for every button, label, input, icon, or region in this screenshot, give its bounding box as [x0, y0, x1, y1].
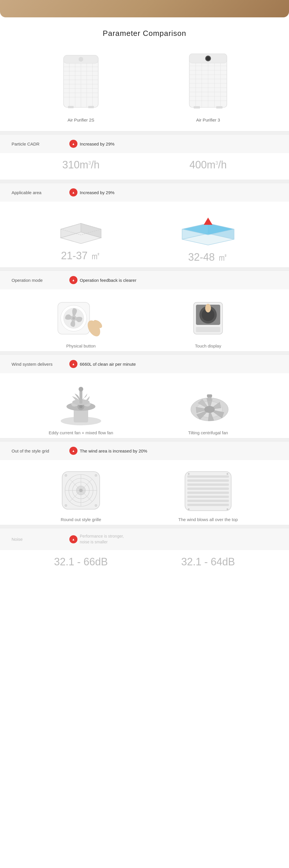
particle-cadr-label: Particle CADR [11, 142, 69, 146]
svg-point-72 [204, 406, 215, 413]
svg-rect-96 [187, 500, 229, 502]
noise-section: Noise Performance is stronger, noise is … [0, 528, 289, 580]
applicable-area-arrow [69, 188, 77, 196]
applicable-area-badge: Increased by 29% [69, 188, 114, 196]
operation-mode-images: Physical button Touch display [0, 289, 289, 351]
product-name-2s: Air Purifier 2S [68, 118, 95, 122]
operation-right-item: Touch display [153, 297, 263, 348]
particle-cadr-section: Particle CADR Increased by 29% 310m3/h 4… [0, 134, 289, 180]
product-name-3: Air Purifier 3 [196, 118, 220, 122]
svg-point-69 [79, 387, 83, 392]
area-left-value: 21-37 ㎡ [61, 249, 101, 263]
applicable-area-badge-text: Increased by 29% [80, 190, 114, 195]
cadr-value-right: 400m3/h [153, 159, 263, 171]
svg-point-88 [95, 504, 97, 507]
svg-point-100 [188, 508, 190, 510]
bottom-padding [0, 580, 289, 588]
fan-left-item: Eddy current fan + mixed flow fan [26, 380, 136, 435]
svg-rect-92 [187, 484, 229, 486]
wind-system-badge-text: 6660L of clean air per minute [80, 362, 136, 367]
centrifugal-fan-svg [179, 380, 237, 427]
divider-1 [0, 131, 289, 134]
divider-6 [0, 525, 289, 528]
svg-point-86 [95, 474, 97, 476]
svg-point-60 [205, 304, 211, 312]
operation-mode-label-row: Operation mode Operation feedback is cle… [0, 271, 289, 289]
svg-point-85 [65, 474, 67, 476]
noise-badge-text-wrap: Performance is stronger, noise is smalle… [80, 533, 124, 545]
divider-3 [0, 267, 289, 271]
page-title: Parameter Comparison [0, 18, 289, 46]
noise-left-num: 32.1 - 66dB [54, 556, 108, 568]
operation-left-item: Physical button [26, 297, 136, 348]
svg-point-99 [226, 473, 228, 475]
svg-rect-17 [68, 106, 74, 108]
physical-button-svg [52, 297, 110, 340]
area-right-value: 32-48 ㎡ [188, 250, 228, 265]
svg-rect-97 [187, 504, 229, 506]
svg-rect-18 [88, 106, 94, 108]
svg-point-87 [65, 504, 67, 507]
noise-values: 32.1 - 66dB 32.1 - 64dB [0, 550, 289, 580]
round-grille-svg [55, 467, 107, 514]
area-image-right: 32-48 ㎡ [153, 210, 263, 265]
svg-point-16 [79, 57, 83, 62]
cadr-left-num: 310m3/h [63, 159, 100, 171]
purifier-2s-svg [52, 50, 110, 113]
fan-left-label: Eddy current fan + mixed flow fan [48, 430, 113, 435]
noise-label: Noise [11, 537, 69, 541]
svg-rect-61 [196, 327, 220, 332]
operation-mode-section: Operation mode Operation feedback is cle… [0, 271, 289, 351]
operation-mode-label: Operation mode [11, 278, 69, 283]
noise-label-row: Noise Performance is stronger, noise is … [0, 528, 289, 550]
grille-left-label: Round out style grille [61, 517, 101, 522]
grille-right-label: The wind blows all over the top [178, 517, 238, 522]
divider-2 [0, 180, 289, 183]
fan-right-label: Tilting centrifugal fan [188, 430, 228, 435]
grille-right-item: The wind blows all over the top [153, 467, 263, 522]
particle-cadr-arrow [69, 140, 77, 148]
touch-display-svg [185, 297, 231, 340]
svg-rect-90 [187, 475, 229, 478]
svg-rect-74 [207, 394, 212, 397]
area-box-3-svg [179, 210, 237, 248]
wind-system-arrow [69, 360, 77, 368]
operation-left-label: Physical button [66, 343, 96, 348]
particle-cadr-badge: Increased by 29% [69, 140, 114, 148]
svg-rect-94 [187, 492, 229, 494]
svg-rect-93 [187, 488, 229, 490]
area-image-left: 21-37 ㎡ [26, 212, 136, 263]
applicable-area-label: Applicable area [11, 190, 69, 195]
top-wind-svg [179, 467, 237, 514]
applicable-area-section: Applicable area Increased by 29% 21-37 ㎡ [0, 183, 289, 267]
style-grid-badge: The wind area is increased by 20% [69, 447, 147, 455]
style-grid-images: Round out style grille [0, 460, 289, 525]
operation-mode-badge-text: Operation feedback is clearer [80, 278, 136, 283]
svg-rect-39 [216, 106, 222, 108]
noise-value-right: 32.1 - 64dB [153, 556, 263, 568]
product-item-3: Air Purifier 3 [153, 50, 263, 122]
svg-rect-38 [194, 106, 200, 108]
wind-system-images: Eddy current fan + mixed flow fan [0, 373, 289, 438]
divider-5 [0, 438, 289, 441]
noise-badge-line2: noise is smaller [80, 539, 124, 545]
svg-marker-48 [204, 218, 212, 225]
noise-arrow [69, 535, 77, 544]
area-box-2s-svg [55, 212, 107, 247]
style-grid-section: Out of the style grid The wind area is i… [0, 441, 289, 525]
wind-system-badge: 6660L of clean air per minute [69, 360, 136, 368]
style-grid-badge-text: The wind area is increased by 20% [80, 448, 147, 454]
svg-point-53 [72, 317, 75, 320]
product-item-2s: Air Purifier 2S [26, 50, 136, 122]
style-grid-label: Out of the style grid [11, 448, 69, 454]
style-grid-arrow [69, 447, 77, 455]
cadr-value-left: 310m3/h [26, 159, 136, 171]
svg-point-98 [188, 473, 190, 475]
svg-point-84 [79, 489, 83, 492]
noise-right-num: 32.1 - 64dB [181, 556, 235, 568]
applicable-area-images: 21-37 ㎡ 32-48 ㎡ [0, 202, 289, 267]
product-header: Air Purifier 2S [0, 46, 289, 131]
svg-point-37 [206, 56, 210, 60]
noise-value-left: 32.1 - 66dB [26, 556, 136, 568]
applicable-area-label-row: Applicable area Increased by 29% [0, 183, 289, 202]
